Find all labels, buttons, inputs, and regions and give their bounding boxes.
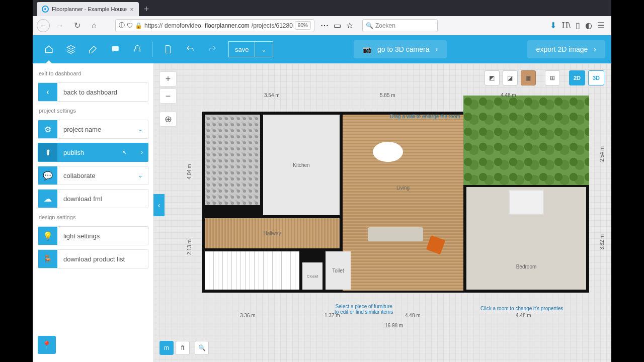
dim-top-1: 3.54 m	[264, 93, 280, 98]
more-icon[interactable]: ⋯	[320, 21, 329, 30]
chat-icon: 💬	[38, 166, 57, 185]
url-path: /projects/61280	[252, 22, 293, 29]
unit-controls: m ft 🔍	[159, 341, 209, 355]
forward-button[interactable]: →	[53, 19, 67, 33]
magnify-button[interactable]: 🔍	[195, 341, 209, 355]
chevron-right-icon: ›	[435, 45, 438, 53]
furniture-tool-icon[interactable]	[127, 39, 147, 59]
collapse-sidebar[interactable]: ‹	[153, 194, 165, 216]
bookmark-icon[interactable]: ☆	[346, 21, 353, 30]
address-bar[interactable]: ⓘ 🛡 🔒 https://demoforvideo.floorplanner.…	[115, 19, 314, 32]
chevron-right-icon: ›	[594, 45, 596, 53]
export-label: export 2D image	[536, 45, 588, 53]
unit-m-button[interactable]: m	[159, 341, 174, 355]
chevron-down-icon: ⌄	[138, 126, 148, 133]
hint-furniture: Select a piece of furniture to edit or f…	[335, 304, 393, 315]
save-dropdown[interactable]: ⌄	[255, 41, 273, 57]
browser-actions: ⬇ 𝖨𝖨\ ▯ ◐ ☰	[550, 21, 607, 30]
download-icon[interactable]: ⬇	[550, 21, 556, 30]
new-tab-button[interactable]: +	[139, 2, 154, 16]
locate-button[interactable]: ⊕	[159, 112, 177, 127]
menu-icon[interactable]: ☰	[597, 21, 604, 30]
browser-tabbar: Floorplanner - Example House × +	[33, 0, 611, 16]
dim-top-3: 4.48 m	[501, 93, 516, 98]
back-to-dashboard[interactable]: ‹ back to dashboard	[38, 82, 148, 102]
collaborate-item[interactable]: 💬 collaborate ⌄	[38, 166, 148, 185]
account-icon[interactable]: ◐	[585, 21, 592, 30]
library-icon[interactable]: 𝖨𝖨\	[561, 21, 571, 30]
sofa[interactable]	[368, 227, 423, 241]
reload-button[interactable]: ↻	[70, 19, 84, 33]
page-actions: ⋯ ▭ ☆	[317, 21, 356, 30]
redo-button[interactable]	[202, 39, 222, 59]
app-body: exit to dashboard ‹ back to dashboard pr…	[33, 63, 611, 362]
shield-icon[interactable]: 🛡	[127, 22, 133, 29]
light-settings-item[interactable]: 💡 light settings	[38, 226, 148, 245]
browser-navbar: ← → ↻ ⌂ ⓘ 🛡 🔒 https://demoforvideo.floor…	[33, 16, 611, 35]
back-button[interactable]: ←	[37, 19, 50, 32]
floorplan[interactable]: Kitchen Living Hallway Closet Toilet Bed…	[202, 112, 589, 293]
kitchen-room[interactable]: Kitchen	[263, 115, 340, 215]
unit-ft-button[interactable]: ft	[176, 341, 190, 355]
view-2d-button[interactable]: 2D	[569, 70, 585, 85]
stairs[interactable]	[205, 251, 299, 290]
dim-left-2: 2.13 m	[187, 239, 192, 255]
view-toggles: ◩ ◪ ▦ ⊞ 2D 3D	[485, 70, 604, 85]
dim-right-1: 2.54 m	[599, 146, 605, 162]
project-name-item[interactable]: ⚙ project name ⌄	[38, 120, 148, 139]
layers-tool-icon[interactable]	[61, 39, 81, 59]
view-3d-button[interactable]: 3D	[588, 70, 604, 85]
close-tab-icon[interactable]: ×	[130, 6, 134, 13]
project-settings-label: project settings	[38, 106, 148, 116]
location-button[interactable]: 📍	[38, 336, 56, 354]
browser-tab[interactable]: Floorplanner - Example House ×	[37, 2, 139, 16]
info-icon[interactable]: ⓘ	[119, 21, 125, 30]
patio[interactable]	[205, 115, 260, 205]
camera-button[interactable]: 📷 go to 3D camera ›	[354, 40, 447, 58]
upload-icon: ⬆	[38, 143, 57, 162]
surface-1-button[interactable]: ◩	[485, 70, 500, 85]
undo-button[interactable]	[180, 39, 200, 59]
closet-room[interactable]: Closet	[302, 262, 323, 290]
svg-rect-0	[112, 46, 119, 51]
zoom-in-button[interactable]: +	[159, 71, 177, 86]
dining-table[interactable]	[373, 142, 403, 162]
dim-right-2: 3.62 m	[599, 234, 605, 250]
search-icon: 🔍	[366, 22, 373, 29]
home-button[interactable]: ⌂	[87, 19, 101, 33]
search-bar[interactable]: 🔍 Zoeken	[362, 19, 438, 32]
product-list-item[interactable]: 🪑 download product list	[38, 249, 148, 268]
garden[interactable]	[463, 96, 589, 185]
file-tool-icon[interactable]	[158, 39, 178, 59]
gear-icon: ⚙	[38, 120, 57, 139]
living-room[interactable]: Living	[343, 115, 463, 291]
reader-icon[interactable]: ▭	[334, 21, 341, 30]
publish-item[interactable]: ⬆ publish ↖ ›	[38, 143, 148, 162]
comment-tool-icon[interactable]	[105, 39, 125, 59]
bed[interactable]	[509, 190, 544, 215]
zoom-out-button[interactable]: −	[159, 88, 177, 104]
export-button[interactable]: export 2D image ›	[527, 40, 605, 58]
zoom-controls: + − ⊕	[159, 71, 177, 127]
home-tool-icon[interactable]	[39, 39, 59, 59]
hallway-room[interactable]: Hallway	[205, 218, 340, 248]
cursor-icon: ↖	[122, 149, 141, 156]
chevron-down-icon: ⌄	[138, 172, 148, 179]
chevron-right-icon: ›	[141, 149, 148, 156]
surface-2-button[interactable]: ◪	[503, 70, 518, 85]
camera-icon: 📷	[363, 45, 371, 53]
sidebar-icon[interactable]: ▯	[576, 21, 580, 30]
build-tool-icon[interactable]	[83, 39, 103, 59]
canvas[interactable]: + − ⊕ ◩ ◪ ▦ ⊞ 2D 3D	[153, 63, 611, 362]
toilet-room[interactable]: Toilet	[326, 251, 351, 290]
zoom-indicator[interactable]: 90%	[295, 21, 311, 30]
camera-label: go to 3D camera	[377, 45, 430, 53]
surface-3-button[interactable]: ▦	[521, 70, 536, 85]
settings-view-button[interactable]: ⊞	[545, 70, 560, 85]
download-fml-item[interactable]: ☁ download fml	[38, 189, 148, 208]
chair-icon: 🪑	[38, 249, 57, 268]
cloud-download-icon: ☁	[38, 189, 57, 208]
dim-bot-3: 4.48 m	[405, 313, 421, 318]
hint-drag: Drag a wall to enlarge the room	[390, 114, 460, 119]
save-button[interactable]: save	[228, 41, 255, 57]
